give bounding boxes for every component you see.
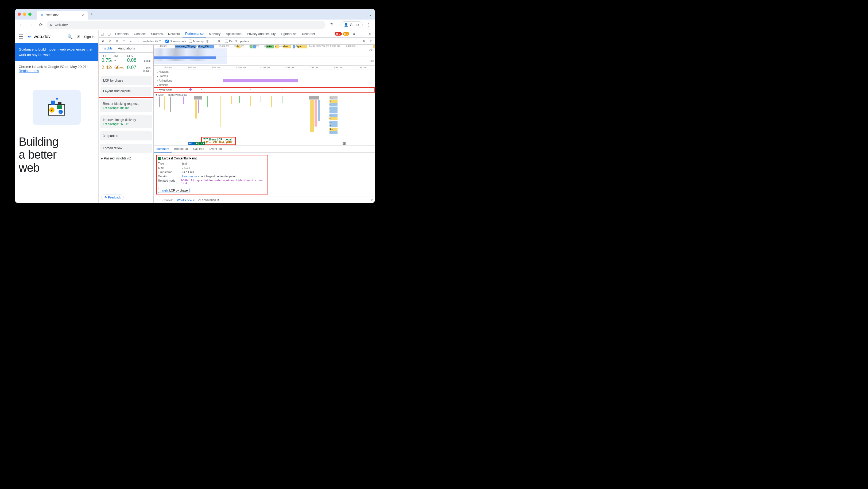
animations-track[interactable]: ▸ Animations [154,78,375,83]
devtools-panel: ◰ ▢ Elements Console Sources Network Per… [99,30,375,203]
insight-card-forced-reflow[interactable]: Forced reflow [100,144,152,153]
register-now-link[interactable]: Register now [19,69,39,73]
net-item[interactable] [250,45,252,49]
net-item[interactable]: ome-blue_720.png [175,45,196,49]
theme-toggle-icon[interactable]: ☀ [76,34,80,39]
passed-insights-toggle[interactable]: ▸ Passed insights (6) [99,154,153,162]
insight-card-lcp-phase[interactable]: LCP by phase [100,76,152,85]
metrics-grid: LCP INP CLS 0.75s - 0.08 Local 2.42 [99,53,153,75]
screenshots-checkbox[interactable]: Screenshots [165,39,186,43]
hamburger-menu-icon[interactable]: ☰ [19,33,24,40]
inp-field-value: 66ms [114,65,124,70]
net-item[interactable]: devs [283,45,291,49]
tab-recorder[interactable]: Recorder [299,30,318,37]
settings-icon[interactable]: ⚙ [350,32,357,36]
reload-button[interactable]: ⟳ [37,21,44,29]
tab-application[interactable]: Application [223,30,244,37]
reload-record-icon[interactable]: ⟳ [106,39,113,43]
network-track[interactable]: ▸ Network ome-blue_720.png ature_480... … [154,70,375,74]
back-button[interactable]: ← [18,21,25,29]
more-icon[interactable]: ⋮ [359,32,365,36]
net-item[interactable]: de [237,45,241,49]
insight-card-3rd-parties[interactable]: 3rd parties [100,131,152,140]
download-icon[interactable]: ↧ [127,39,134,43]
close-tab-icon[interactable]: × [82,13,84,18]
webdev-logo[interactable]: web.dev [27,34,51,39]
guest-profile-button[interactable]: 👤 Guest [340,21,363,28]
local-label: Local [140,59,151,62]
minimize-window-button[interactable] [23,12,26,16]
net-item[interactable] [253,45,256,49]
clear-icon[interactable]: ⊘ [114,39,120,43]
sign-in-link[interactable]: Sign in [84,35,95,39]
perf-settings-icon[interactable]: ⚙ [361,39,368,43]
memory-checkbox[interactable]: Memory [189,39,204,43]
tab-bar: web.dev × + ⌄ [15,9,375,20]
main-thread-flamegraph[interactable]: ▼ Main — https://web.dev/ [154,92,375,146]
site-settings-icon[interactable]: ⚙ [50,23,53,27]
net-item[interactable]: gtm.... [298,45,307,49]
tab-annotations[interactable]: Annotations [115,45,137,52]
insight-card-render-blocking[interactable]: Render blocking requestsEst savings: 408… [100,99,152,112]
help-icon[interactable]: ? [368,39,374,43]
browser-tab[interactable]: web.dev × [37,11,88,20]
tab-summary[interactable]: Summary [154,146,172,152]
recording-selector[interactable]: web.dev #2 ▾ [142,38,163,44]
tab-performance[interactable]: Performance [183,30,206,37]
insight-card-layout-shift[interactable]: Layout shift culprits [100,87,152,96]
tab-lighthouse[interactable]: Lighthouse [278,30,299,37]
net-item[interactable] [373,45,375,49]
home-icon[interactable]: ⌂ [134,39,141,43]
forward-button[interactable]: → [27,21,35,29]
inspect-icon[interactable]: ◰ [99,32,105,36]
dim-3rd-parties-checkbox[interactable]: Dim 3rd parties [225,39,249,43]
url-text: web.dev [55,23,68,27]
tab-elements[interactable]: Elements [113,30,131,37]
webpage-header: ☰ web.dev 🔍 ☀ Sign in [15,30,98,43]
tab-memory[interactable]: Memory [206,30,223,37]
url-bar[interactable]: ⚙ web.dev [46,21,326,29]
browser-menu-icon[interactable]: ⋮ [365,21,372,29]
hero-title: Building a better web [15,133,98,174]
net-item[interactable]: ature_480... [198,45,214,49]
tab-console[interactable]: Console [131,30,148,37]
webdev-logo-icon [27,34,32,39]
related-node-value[interactable]: h3#building-a-better-web-together.hide-f… [181,179,267,185]
insight-card-image-delivery[interactable]: Improve image deliveryEst savings: 25.0 … [100,115,152,128]
close-devtools-icon[interactable]: × [366,32,373,36]
upload-icon[interactable]: ↥ [121,39,127,43]
tab-network[interactable]: Network [165,30,183,37]
new-tab-button[interactable]: + [90,11,93,17]
tab-insights[interactable]: Insights [99,45,115,52]
layout-shift-dot[interactable] [250,89,251,90]
record-icon[interactable]: ◉ [100,39,106,43]
close-window-button[interactable] [18,12,21,16]
tab-sources[interactable]: Sources [148,30,165,37]
webdev-favicon-icon [41,13,44,17]
search-icon[interactable]: 🔍 [67,34,73,39]
warning-count-badge[interactable]: ▮ 1 [343,32,349,35]
layout-shift-dot[interactable] [201,89,202,90]
labs-icon[interactable]: ⚗ [328,21,335,29]
gc-icon[interactable]: 🗑 [204,39,211,43]
content-area: ☰ web.dev 🔍 ☀ Sign in Guidance to build … [15,30,375,203]
net-item[interactable] [292,45,295,49]
drawer-menu-icon[interactable]: ⋮ [156,198,159,202]
tab-privacy[interactable]: Privacy and security [244,30,278,37]
maximize-window-button[interactable] [28,12,32,16]
config-icon[interactable]: ⇅ [216,39,222,43]
error-count-badge[interactable]: ⊗ 2 [335,32,342,35]
net-item[interactable]: r.. [275,45,279,49]
chevron-down-icon: ▾ [159,39,161,43]
learn-more-link[interactable]: Learn more [182,175,197,178]
feedback-button[interactable]: ⚗ Feedback [101,194,124,200]
net-item[interactable]: ne (w [266,45,274,49]
inp-local-value: - [114,58,116,63]
device-toggle-icon[interactable]: ▢ [105,32,113,36]
layout-shifts-track[interactable]: Layout shifts [154,87,375,92]
inp-header: INP [114,54,127,58]
layout-shift-diamond-icon[interactable] [189,88,192,91]
layout-shift-dot[interactable] [282,89,283,90]
tabs-dropdown-icon[interactable]: ⌄ [369,12,372,17]
insight-chip[interactable]: Insight LCP by phase [158,188,189,193]
